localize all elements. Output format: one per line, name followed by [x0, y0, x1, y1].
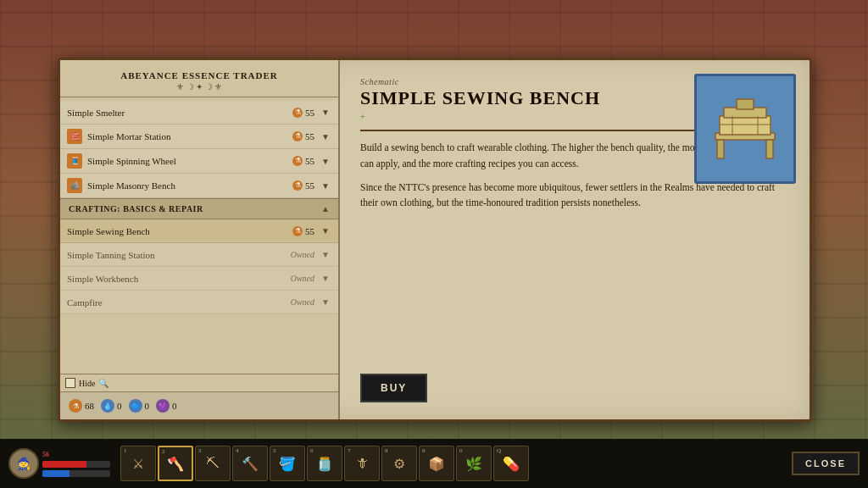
right-panel: Schematic SIMPLE SEWING BENCH + Build a … [340, 60, 810, 419]
slot-num-2: 2 [162, 448, 165, 455]
health-fill [42, 461, 86, 468]
item-name: Simple Masonry Bench [87, 180, 292, 191]
item-image-card [694, 74, 796, 184]
section-header-label: CRAFTING: BASICS & REPAIR [69, 204, 203, 214]
hud-slot-7[interactable]: 7 🗡 [344, 446, 380, 481]
item-price: ⚗ 55 [292, 131, 314, 141]
health-value: 56 [42, 451, 110, 458]
hide-label: Hide [79, 379, 95, 388]
list-item[interactable]: Simple Smelter ⚗ 55 ▼ [60, 101, 338, 125]
slot-num-6: 6 [310, 447, 314, 454]
buy-button[interactable]: BUY [360, 374, 427, 402]
hide-checkbox[interactable] [65, 378, 75, 388]
list-item[interactable]: 🧵 Simple Spinning Wheel ⚗ 55 ▼ [60, 149, 338, 174]
hud-slot-2[interactable]: 2 🪓 [158, 446, 193, 481]
item-status: Owned [291, 250, 314, 259]
svg-rect-5 [737, 99, 754, 109]
hud-slot-9[interactable]: 9 📦 [419, 446, 454, 481]
slot-icon-7: 🗡 [355, 456, 369, 471]
essence-icon: ⚗ [292, 108, 303, 118]
item-price: ⚗ 55 [292, 180, 314, 191]
item-status: Owned [291, 297, 314, 307]
list-item-owned[interactable]: Simple Workbench Owned ▼ [60, 267, 338, 291]
hud-slot-3[interactable]: 3 ⛏ [195, 446, 231, 481]
slot-icon-8: ⚙ [393, 456, 405, 472]
health-bars: 56 [42, 451, 110, 477]
dropdown-arrow: ▼ [320, 274, 331, 283]
slot-num-0: 0 [459, 447, 463, 454]
slot-icon-6: 🫙 [316, 456, 333, 472]
dropdown-arrow: ▼ [320, 181, 331, 191]
currency-blue2: 🔷 0 [129, 399, 150, 413]
slot-num-9: 9 [422, 447, 426, 454]
item-icon: 🧱 [67, 129, 82, 144]
list-item-selected[interactable]: Simple Sewing Bench ⚗ 55 ▼ [60, 219, 338, 243]
svg-rect-3 [720, 116, 771, 135]
dropdown-arrow: ▼ [320, 297, 331, 307]
dropdown-arrow: ▼ [320, 157, 331, 166]
player-avatar: 🧙 [8, 448, 39, 479]
item-price: ⚗ 55 [292, 108, 314, 118]
list-item-owned[interactable]: Campfire Owned ▼ [60, 291, 338, 314]
list-item-owned[interactable]: Simple Tanning Station Owned ▼ [60, 243, 338, 267]
essence-icon: ⚗ [292, 180, 303, 191]
item-name: Campfire [67, 297, 291, 308]
hud-slots: 1 ⚔ 2 🪓 3 ⛏ 4 🔨 5 🪣 6 🫙 7 🗡 8 ⚙ [120, 446, 788, 481]
currency-blue2-value: 0 [145, 401, 150, 411]
close-button[interactable]: CLOSE [792, 452, 860, 475]
hud-slot-1[interactable]: 1 ⚔ [120, 446, 156, 481]
essence-icon: ⚗ [292, 156, 303, 166]
hud-slot-4[interactable]: 4 🔨 [232, 446, 268, 481]
item-name: Simple Tanning Station [67, 250, 291, 260]
bottom-hud: 🧙 56 1 ⚔ 2 🪓 3 ⛏ 4 🔨 5 🪣 6 [0, 439, 868, 488]
slot-icon-2: 🪓 [167, 456, 184, 472]
hud-slot-0[interactable]: 0 🌿 [456, 446, 492, 481]
slot-icon-1: ⚔ [132, 456, 144, 472]
currency-blue1-icon: 💧 [101, 399, 114, 413]
close-area: CLOSE [792, 452, 860, 475]
main-panel: ABEYANCE ESSENCE TRADER ⚜ ☽ ✦ ☽ ⚜ Simple… [58, 58, 812, 422]
currency-orange-icon: ⚗ [69, 399, 82, 413]
item-icon: 🧵 [67, 153, 82, 169]
essence-icon: ⚗ [292, 131, 303, 141]
section-collapse-icon: ▲ [321, 204, 330, 214]
svg-rect-1 [717, 140, 724, 158]
currency-blue2-icon: 🔷 [129, 399, 142, 413]
currency-purple-icon: 💜 [156, 399, 170, 413]
hud-slot-q[interactable]: Q 💊 [493, 446, 529, 481]
hide-icon: 🔍 [98, 379, 108, 388]
trader-icons: ⚜ ☽ ✦ ☽ ⚜ [69, 82, 330, 92]
list-item[interactable]: 🧱 Simple Mortar Station ⚗ 55 ▼ [60, 125, 338, 149]
hud-slot-8[interactable]: 8 ⚙ [381, 446, 417, 481]
dropdown-arrow: ▼ [320, 226, 331, 236]
currency-purple: 💜 0 [156, 399, 177, 413]
section-header[interactable]: CRAFTING: BASICS & REPAIR ▲ [60, 198, 338, 219]
slot-num-3: 3 [198, 447, 202, 454]
hud-slot-5[interactable]: 5 🪣 [270, 446, 305, 481]
hud-slot-6[interactable]: 6 🫙 [307, 446, 342, 481]
mana-bar [42, 470, 110, 477]
slot-icon-0: 🌿 [465, 456, 482, 472]
item-image [707, 91, 783, 167]
list-item[interactable]: 🪨 Simple Masonry Bench ⚗ 55 ▼ [60, 174, 338, 198]
slot-num-1: 1 [124, 447, 127, 454]
slot-num-q: Q [497, 447, 501, 454]
essence-icon: ⚗ [292, 226, 303, 236]
currency-blue1: 💧 0 [101, 399, 122, 413]
dropdown-arrow: ▼ [320, 108, 331, 117]
item-price: ⚗ 55 [292, 226, 314, 236]
dropdown-arrow: ▼ [320, 250, 331, 259]
slot-icon-q: 💊 [503, 456, 520, 472]
trader-header: ABEYANCE ESSENCE TRADER ⚜ ☽ ✦ ☽ ⚜ [60, 60, 338, 97]
slot-icon-3: ⛏ [206, 456, 220, 471]
hide-filter[interactable]: Hide 🔍 [60, 374, 338, 391]
item-name: Simple Sewing Bench [67, 226, 292, 236]
item-icon: 🪨 [67, 178, 82, 193]
currency-orange-value: 68 [85, 401, 94, 411]
slot-icon-9: 📦 [428, 456, 445, 472]
item-name: Simple Smelter [67, 108, 292, 118]
slot-num-5: 5 [273, 447, 276, 454]
items-list-top: Simple Smelter ⚗ 55 ▼ 🧱 Simple Mortar St… [60, 97, 338, 374]
left-panel: ABEYANCE ESSENCE TRADER ⚜ ☽ ✦ ☽ ⚜ Simple… [60, 60, 340, 419]
item-status: Owned [291, 274, 314, 283]
